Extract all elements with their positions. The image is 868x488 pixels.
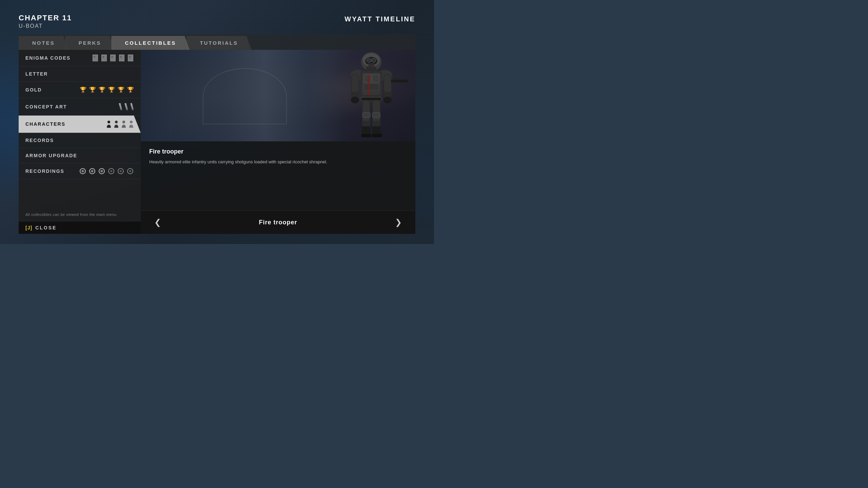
- svg-point-7: [367, 58, 371, 62]
- category-concept-art[interactable]: CONCEPT ART: [19, 98, 141, 116]
- concept-icons: [119, 103, 134, 110]
- close-key: [J]: [25, 225, 32, 230]
- svg-rect-32: [363, 101, 370, 121]
- bottom-nav: ❮ Fire trooper ❯: [141, 210, 415, 234]
- category-characters[interactable]: CHARACTERS: [19, 116, 141, 133]
- category-recordings[interactable]: RECORDINGS: [19, 163, 141, 179]
- person-icon-3: [121, 120, 126, 128]
- nav-current-item: Fire trooper: [259, 219, 297, 226]
- trophy-icon-5: 🏆: [118, 86, 124, 93]
- tabs-container: NOTES PERKS COLLECTIBLES TUTORIALS: [19, 36, 415, 50]
- person-icon-4: [129, 120, 134, 128]
- svg-rect-35: [372, 113, 380, 118]
- trophy-icon-2: 🏆: [89, 86, 95, 93]
- person-icon-1: [106, 120, 112, 128]
- fire-trooper-art: [334, 50, 409, 141]
- detail-name: Fire trooper: [149, 148, 407, 155]
- svg-point-27: [351, 97, 359, 103]
- category-letter[interactable]: LETTER: [19, 66, 141, 82]
- categories-list: ENIGMA CODES LETTER: [19, 50, 141, 179]
- prev-arrow-button[interactable]: ❮: [151, 216, 164, 229]
- svg-rect-26: [393, 78, 397, 80]
- recording-icons: [79, 168, 134, 174]
- category-enigma-codes[interactable]: ENIGMA CODES: [19, 50, 141, 66]
- svg-rect-17: [364, 74, 371, 83]
- disc-icon-5: [118, 168, 124, 174]
- main-content: ENIGMA CODES LETTER: [19, 50, 415, 234]
- tab-collectibles[interactable]: COLLECTIBLES: [111, 36, 190, 50]
- chapter-title: CHAPTER 11: [19, 14, 72, 22]
- tab-notes[interactable]: NOTES: [19, 36, 68, 50]
- svg-point-11: [372, 64, 373, 66]
- footer-info: All collectibles can be viewed from the …: [19, 207, 141, 222]
- header-left: CHAPTER 11 U-BOAT: [19, 14, 72, 29]
- svg-point-2: [122, 121, 125, 123]
- tab-tutorials[interactable]: TUTORIALS: [186, 36, 252, 50]
- right-column: Fire trooper Heavily armored elite infan…: [141, 50, 415, 234]
- close-bar: [J] CLOSE: [19, 222, 141, 234]
- trophy-icon-3: 🏆: [99, 86, 105, 93]
- svg-rect-9: [368, 63, 375, 67]
- enigma-icon-4: [119, 55, 124, 61]
- svg-point-10: [370, 64, 371, 66]
- gold-icons: 🏆 🏆 🏆 🏆 🏆 🏆: [79, 86, 134, 93]
- character-icons: [106, 120, 134, 128]
- svg-point-1: [115, 121, 118, 123]
- svg-rect-22: [352, 75, 358, 92]
- enigma-icon-1: [93, 55, 98, 61]
- detail-info: Fire trooper Heavily armored elite infan…: [141, 141, 415, 210]
- brush-icon-3: [130, 103, 134, 111]
- timeline-label: WYATT TIMELINE: [344, 14, 415, 23]
- disc-icon-6: [127, 168, 133, 174]
- svg-rect-33: [373, 101, 380, 121]
- trophy-icon-6: 🏆: [127, 86, 133, 93]
- svg-point-8: [371, 58, 376, 62]
- brush-icon-2: [124, 103, 128, 111]
- svg-rect-34: [362, 113, 370, 118]
- tab-bar: NOTES PERKS COLLECTIBLES TUTORIALS: [19, 34, 415, 50]
- svg-point-0: [107, 121, 110, 123]
- svg-rect-24: [384, 75, 391, 92]
- enigma-icon-3: [110, 55, 116, 61]
- close-label[interactable]: CLOSE: [35, 225, 57, 230]
- next-arrow-button[interactable]: ❯: [392, 216, 405, 229]
- person-icon-2: [114, 120, 119, 128]
- main-panel: CHAPTER 11 U-BOAT WYATT TIMELINE NOTES P…: [19, 10, 415, 234]
- svg-rect-38: [361, 134, 371, 137]
- disc-icon-2: [89, 168, 95, 174]
- brush-icon-1: [119, 103, 122, 111]
- left-column: ENIGMA CODES LETTER: [19, 50, 141, 234]
- svg-rect-18: [372, 74, 379, 83]
- svg-point-3: [130, 121, 133, 123]
- detail-image: [141, 50, 415, 141]
- disc-icon-1: [80, 168, 86, 174]
- header: CHAPTER 11 U-BOAT WYATT TIMELINE: [19, 10, 415, 34]
- trophy-icon-1: 🏆: [80, 86, 86, 93]
- disc-icon-3: [99, 168, 105, 174]
- category-records[interactable]: RECORDS: [19, 133, 141, 148]
- tab-perks[interactable]: PERKS: [65, 36, 115, 50]
- detail-description: Heavily armored elite infantry units car…: [149, 159, 407, 166]
- trophy-icon-4: 🏆: [108, 86, 114, 93]
- category-gold[interactable]: GOLD 🏆 🏆 🏆 🏆 🏆 🏆: [19, 82, 141, 98]
- enigma-icon-5: [128, 55, 133, 61]
- enigma-icons: [92, 55, 134, 61]
- svg-rect-12: [366, 67, 376, 71]
- svg-point-28: [383, 97, 392, 103]
- svg-rect-39: [372, 134, 382, 137]
- svg-rect-19: [364, 84, 379, 90]
- enigma-icon-2: [101, 55, 107, 61]
- svg-rect-20: [368, 75, 369, 95]
- chapter-subtitle: U-BOAT: [19, 23, 72, 29]
- corridor-art: [141, 50, 348, 141]
- category-armor-upgrade[interactable]: ARMOR UPGRADE: [19, 148, 141, 163]
- disc-icon-4: [108, 168, 114, 174]
